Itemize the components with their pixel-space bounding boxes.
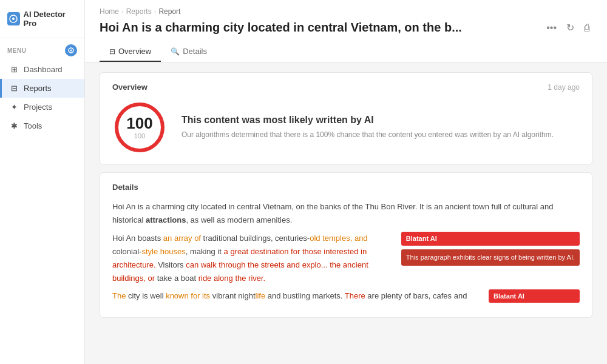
score-sublabel: 100: [126, 132, 152, 140]
details-card-header: Details: [112, 183, 580, 192]
breadcrumb-reports[interactable]: Reports: [126, 7, 152, 16]
tabs-bar: ⊟ Overview 🔍 Details: [100, 42, 592, 62]
projects-icon: ✦: [9, 103, 19, 112]
logo-text: AI Detector Pro: [24, 10, 77, 28]
details-tab-icon: 🔍: [171, 47, 180, 56]
projects-label: Projects: [24, 103, 52, 112]
p3-text: The city is well known for its vibrant n…: [112, 289, 483, 303]
main-content: Home › Reports › Report Hoi An is a char…: [85, 0, 607, 364]
breadcrumb: Home › Reports › Report: [100, 7, 592, 16]
p3-o2: known for its: [166, 291, 210, 300]
content-area: Overview 1 day ago 100 100 This content …: [85, 62, 607, 364]
reports-label: Reports: [24, 84, 52, 93]
details-body: Hoi An is a charming city located in cen…: [112, 200, 580, 304]
details-tab-label: Details: [183, 47, 207, 56]
logo-icon: [7, 12, 20, 25]
print-button[interactable]: ⎙: [582, 20, 592, 36]
p2-n3: colonial-: [112, 247, 141, 256]
sidebar: AI Detector Pro MENU ⊞ Dashboard ⊟ Repor…: [0, 0, 85, 364]
p2-o3: style houses: [141, 247, 185, 256]
menu-label: MENU: [7, 47, 26, 54]
p3-n2: vibrant night: [210, 291, 255, 300]
sidebar-item-reports[interactable]: ⊟ Reports: [0, 79, 84, 98]
p3-n4: are plenty of bars, cafes and: [365, 291, 467, 300]
p2-n5: Visitors: [156, 260, 186, 269]
score-text: 100 100: [126, 115, 152, 140]
p2-text: Hoi An boasts an array of traditional bu…: [112, 232, 395, 285]
overview-description: Our algorithms determined that there is …: [181, 129, 554, 140]
dashboard-icon: ⊞: [9, 65, 19, 74]
svg-point-1: [12, 18, 15, 20]
breadcrumb-current: Report: [158, 7, 180, 16]
blatant-badge-2: Blatant AI: [489, 289, 580, 303]
p3-r1: There: [345, 291, 365, 300]
svg-point-3: [70, 50, 72, 52]
p1-text-2: , as well as modern amenities.: [186, 215, 292, 224]
breadcrumb-sep-1: ›: [121, 8, 124, 15]
p2-badge-col: Blatant AI This paragraph exhibits clear…: [401, 232, 580, 266]
p2-r4: ride along the river.: [198, 274, 266, 283]
overview-tab-label: Overview: [118, 47, 151, 56]
p3-o1: The: [112, 291, 126, 300]
sidebar-item-tools[interactable]: ✱ Tools: [0, 116, 84, 135]
p2-o2: old temples, and: [310, 234, 367, 243]
overview-card-header: Overview 1 day ago: [112, 83, 580, 92]
p2-o1: an array of: [163, 234, 201, 243]
title-row: Hoi An is a charming city located in cen…: [100, 19, 592, 42]
sidebar-item-projects[interactable]: ✦ Projects: [0, 98, 84, 116]
sidebar-item-dashboard[interactable]: ⊞ Dashboard: [0, 60, 84, 79]
overview-card: Overview 1 day ago 100 100 This content …: [100, 72, 592, 165]
details-card: Details Hoi An is a charming city locate…: [100, 172, 592, 318]
overview-tab-icon: ⊟: [109, 47, 115, 56]
p2-r2: can walk through the streets and explo..…: [186, 260, 327, 269]
page-header: Home › Reports › Report Hoi An is a char…: [85, 0, 607, 62]
breadcrumb-sep-2: ›: [154, 8, 157, 15]
title-actions: ••• ↻ ⎙: [544, 19, 592, 36]
overview-text: This content was most likely written by …: [181, 115, 554, 140]
p3-o3: life: [256, 291, 266, 300]
overview-card-title: Overview: [112, 83, 148, 92]
p2-n4: , making it: [186, 247, 224, 256]
p2-n2: traditional buildings, centuries-: [201, 234, 310, 243]
p3-n3: and bustling markets.: [265, 291, 345, 300]
details-card-title: Details: [112, 183, 138, 192]
sidebar-nav: ⊞ Dashboard ⊟ Reports ✦ Projects ✱ Tools: [0, 60, 84, 135]
overview-timestamp: 1 day ago: [548, 83, 580, 92]
refresh-button[interactable]: ↻: [564, 19, 577, 36]
menu-toggle-button[interactable]: [65, 44, 77, 56]
score-circle: 100 100: [112, 100, 167, 155]
dashboard-label: Dashboard: [24, 65, 63, 74]
reports-icon: ⊟: [9, 84, 19, 93]
details-paragraph-3-row: The city is well known for its vibrant n…: [112, 289, 580, 305]
tools-label: Tools: [24, 121, 42, 130]
more-options-button[interactable]: •••: [544, 20, 559, 36]
page-title: Hoi An is a charming city located in cen…: [100, 21, 539, 35]
tools-icon: ✱: [9, 121, 19, 130]
p2-n1: Hoi An boasts: [112, 234, 163, 243]
score-number: 100: [126, 115, 152, 131]
overview-body: 100 100 This content was most likely wri…: [112, 100, 580, 155]
p2-n6: take a boat: [155, 274, 198, 283]
overview-heading: This content was most likely written by …: [181, 115, 554, 126]
p3-badge-col: Blatant AI: [489, 289, 580, 305]
logo-area: AI Detector Pro: [0, 0, 84, 38]
blatant-badge-1: Blatant AI: [401, 232, 580, 246]
badge-1-desc: This paragraph exhibits clear signs of b…: [401, 249, 580, 266]
tab-overview[interactable]: ⊟ Overview: [100, 42, 161, 62]
breadcrumb-home[interactable]: Home: [100, 7, 119, 16]
p1-bold: attractions: [146, 215, 186, 224]
p3-n1: city is well: [126, 291, 166, 300]
details-paragraph-1: Hoi An is a charming city located in cen…: [112, 200, 580, 227]
menu-header: MENU: [0, 38, 84, 60]
tab-details[interactable]: 🔍 Details: [161, 42, 217, 62]
details-paragraph-2-row: Hoi An boasts an array of traditional bu…: [112, 232, 580, 285]
